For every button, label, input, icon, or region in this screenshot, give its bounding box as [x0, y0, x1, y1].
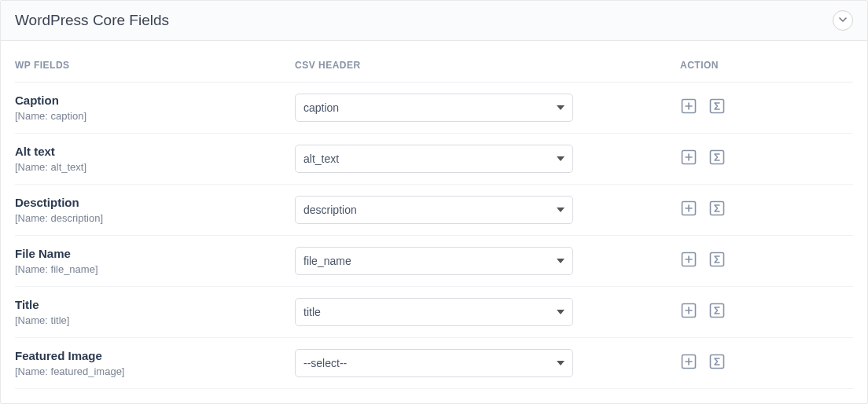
field-label: Caption: [15, 94, 295, 107]
sigma-square-icon: [709, 252, 725, 270]
table-header-row: WP FIELDS CSV HEADER ACTION: [15, 41, 853, 83]
table-row: File Name [Name: file_name] --select--ca…: [15, 236, 853, 287]
field-label: File Name: [15, 247, 295, 260]
panel-header: WordPress Core Fields: [1, 1, 867, 41]
field-label: Title: [15, 298, 295, 311]
sigma-square-icon: [709, 354, 725, 373]
table-row: Alt text [Name: alt_text] --select--capt…: [15, 134, 853, 185]
action-cell: [680, 252, 853, 270]
wp-field-cell: Desctiption [Name: description]: [15, 196, 295, 224]
plus-square-icon: [681, 303, 697, 321]
table-row: Desctiption [Name: description] --select…: [15, 185, 853, 236]
field-name: [Name: alt_text]: [15, 161, 295, 173]
add-button[interactable]: [680, 252, 697, 270]
wp-field-cell: Alt text [Name: alt_text]: [15, 145, 295, 173]
csv-header-cell: --select--captionalt_textdescriptionfile…: [295, 196, 680, 224]
add-button[interactable]: [680, 303, 697, 321]
action-cell: [680, 354, 853, 372]
field-label: Alt text: [15, 145, 295, 158]
wp-field-cell: Caption [Name: caption]: [15, 94, 295, 122]
csv-header-select[interactable]: --select--captionalt_textdescriptionfile…: [295, 247, 573, 275]
plus-square-icon: [681, 149, 697, 168]
fields-table: WP FIELDS CSV HEADER ACTION Caption [Nam…: [1, 41, 867, 403]
csv-header-select[interactable]: --select--captionalt_textdescriptionfile…: [295, 196, 573, 224]
wp-field-cell: Featured Image [Name: featured_image]: [15, 349, 295, 377]
panel-title: WordPress Core Fields: [15, 12, 169, 29]
csv-header-select[interactable]: --select--captionalt_textdescriptionfile…: [295, 145, 573, 173]
csv-header-select[interactable]: --select--captionalt_textdescriptionfile…: [295, 349, 573, 377]
plus-square-icon: [681, 252, 697, 270]
table-row: Title [Name: title] --select--captionalt…: [15, 287, 853, 338]
action-cell: [680, 99, 853, 116]
chevron-down-icon: [838, 13, 848, 28]
header-action: ACTION: [680, 60, 853, 71]
csv-header-cell: --select--captionalt_textdescriptionfile…: [295, 349, 680, 377]
table-row: Caption [Name: caption] --select--captio…: [15, 83, 853, 134]
wp-field-cell: Title [Name: title]: [15, 298, 295, 326]
wp-field-cell: File Name [Name: file_name]: [15, 247, 295, 275]
header-wp-fields: WP FIELDS: [15, 60, 295, 71]
csv-header-select[interactable]: --select--captionalt_textdescriptionfile…: [295, 94, 573, 122]
plus-square-icon: [681, 98, 697, 117]
field-label: Featured Image: [15, 349, 295, 362]
sigma-square-icon: [709, 200, 725, 219]
formula-button[interactable]: [708, 150, 726, 167]
add-button[interactable]: [680, 99, 697, 116]
formula-button[interactable]: [708, 99, 726, 116]
action-cell: [680, 303, 853, 321]
sigma-square-icon: [709, 149, 725, 168]
add-button[interactable]: [680, 150, 697, 167]
csv-header-select[interactable]: --select--captionalt_textdescriptionfile…: [295, 298, 573, 326]
formula-button[interactable]: [708, 303, 726, 321]
csv-header-cell: --select--captionalt_textdescriptionfile…: [295, 247, 680, 275]
sigma-square-icon: [709, 98, 725, 117]
action-cell: [680, 150, 853, 167]
csv-header-cell: --select--captionalt_textdescriptionfile…: [295, 94, 680, 122]
plus-square-icon: [681, 200, 697, 219]
add-button[interactable]: [680, 354, 697, 372]
field-name: [Name: title]: [15, 314, 295, 326]
field-name: [Name: description]: [15, 212, 295, 224]
field-name: [Name: featured_image]: [15, 365, 295, 377]
add-button[interactable]: [680, 201, 697, 219]
plus-square-icon: [681, 354, 697, 373]
csv-header-cell: --select--captionalt_textdescriptionfile…: [295, 145, 680, 173]
collapse-button[interactable]: [833, 10, 853, 31]
csv-header-cell: --select--captionalt_textdescriptionfile…: [295, 298, 680, 326]
action-cell: [680, 201, 853, 219]
table-row: Featured Image [Name: featured_image] --…: [15, 338, 853, 389]
field-name: [Name: file_name]: [15, 263, 295, 275]
formula-button[interactable]: [708, 201, 726, 219]
core-fields-panel: WordPress Core Fields WP FIELDS CSV HEAD…: [0, 0, 868, 404]
header-csv-header: CSV HEADER: [295, 60, 680, 71]
formula-button[interactable]: [708, 252, 726, 270]
sigma-square-icon: [709, 303, 725, 321]
field-name: [Name: caption]: [15, 110, 295, 122]
formula-button[interactable]: [708, 354, 726, 372]
field-label: Desctiption: [15, 196, 295, 209]
